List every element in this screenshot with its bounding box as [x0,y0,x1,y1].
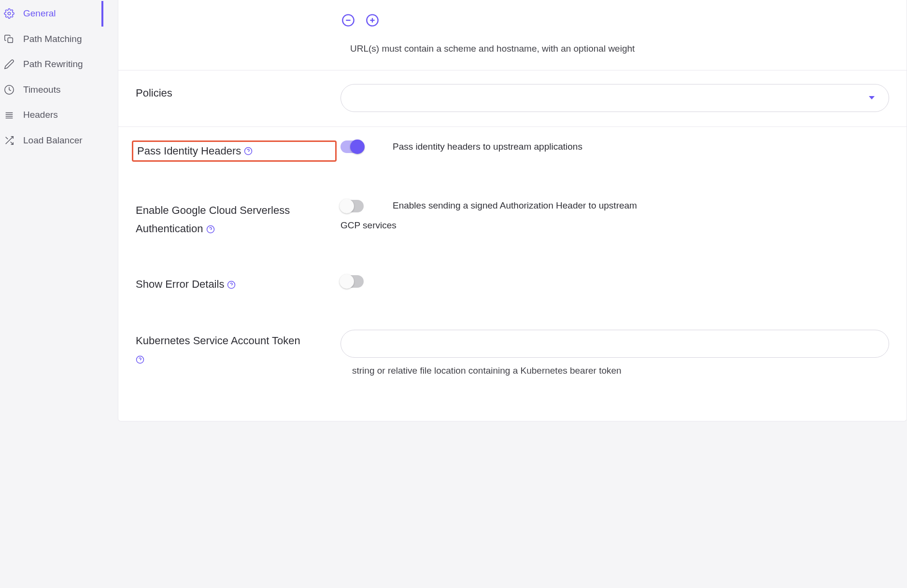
copy-icon [4,34,14,44]
policies-label: Policies [136,84,340,101]
sidebar-item-headers[interactable]: Headers [0,102,103,128]
help-icon[interactable] [244,147,253,155]
k8s-token-input[interactable] [340,330,889,358]
svg-line-9 [6,137,8,140]
remove-url-button[interactable] [341,14,355,27]
help-icon[interactable] [206,225,215,234]
sidebar-item-label: Timeouts [23,84,60,97]
urls-help-text: URL(s) must contain a scheme and hostnam… [350,42,635,56]
pass-identity-headers-toggle[interactable] [340,140,364,153]
clock-icon [4,84,14,95]
section-k8s-token: Kubernetes Service Account Token string … [118,316,907,392]
gear-icon [4,8,14,19]
pass-identity-headers-label: Pass Identity Headers [137,144,241,159]
k8s-token-help-text: string or relative file location contain… [352,364,889,378]
section-urls: URL(s) must contain a scheme and hostnam… [118,0,907,70]
sidebar-item-label: Path Matching [23,33,82,46]
help-icon[interactable] [136,355,144,364]
gcp-auth-toggle[interactable] [340,200,364,212]
section-pass-identity-headers: Pass Identity Headers Pass identity head… [118,127,907,186]
sidebar: General Path Matching Path Rewriting Tim… [0,0,103,588]
svg-line-8 [11,142,14,145]
add-url-button[interactable] [366,14,379,27]
k8s-token-label: Kubernetes Service Account Token [136,335,300,347]
sidebar-item-path-matching[interactable]: Path Matching [0,27,103,52]
section-show-error-details: Show Error Details [118,262,907,316]
shuffle-icon [4,135,14,146]
gcp-auth-description-tail: GCP services [340,219,889,232]
svg-point-0 [8,13,11,15]
gcp-auth-description-head: Enables sending a signed Authorization H… [393,199,637,212]
policies-select[interactable] [340,84,889,112]
list-icon [4,110,14,121]
sidebar-item-label: General [23,7,56,20]
sidebar-item-general[interactable]: General [0,1,103,27]
pass-identity-headers-description: Pass identity headers to upstream applic… [393,140,582,154]
sidebar-active-indicator [101,1,103,27]
help-icon[interactable] [227,280,236,289]
pass-identity-headers-label-highlighted: Pass Identity Headers [132,140,337,162]
sidebar-item-label: Load Balancer [23,134,83,147]
chevron-down-icon [868,91,875,104]
pencil-icon [4,59,14,70]
main-content: URL(s) must contain a scheme and hostnam… [103,0,907,588]
section-policies: Policies [118,70,907,127]
sidebar-item-label: Path Rewriting [23,58,83,71]
sidebar-item-timeouts[interactable]: Timeouts [0,77,103,103]
sidebar-item-load-balancer[interactable]: Load Balancer [0,128,103,154]
section-gcp-auth: Enable Google Cloud Serverless Authentic… [118,186,907,262]
sidebar-item-path-rewriting[interactable]: Path Rewriting [0,52,103,77]
svg-rect-1 [8,38,13,42]
show-error-details-toggle[interactable] [340,275,364,288]
sidebar-item-label: Headers [23,109,58,122]
show-error-details-label: Show Error Details [136,277,224,292]
settings-card: URL(s) must contain a scheme and hostnam… [118,0,907,421]
